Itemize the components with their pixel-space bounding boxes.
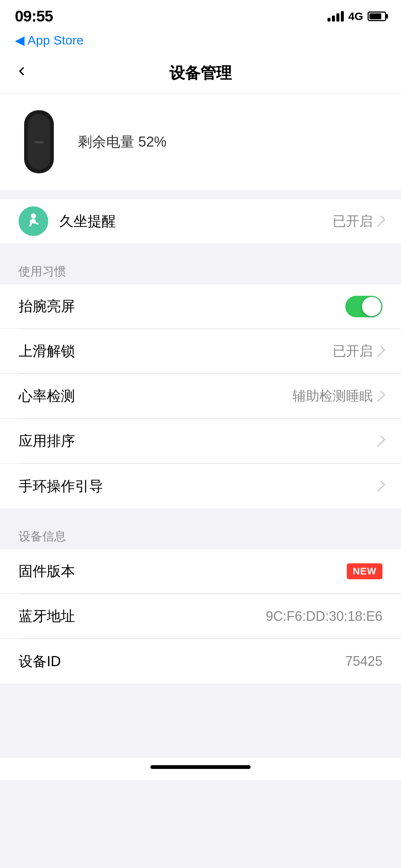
sedentary-reminder-item[interactable]: 久坐提醒 已开启 <box>0 199 401 243</box>
divider-3 <box>0 508 401 517</box>
device-id-label: 设备ID <box>19 652 61 671</box>
app-sort-chevron <box>374 435 385 447</box>
svg-rect-2 <box>34 141 44 143</box>
app-sort-item[interactable]: 应用排序 <box>0 419 401 464</box>
wrist-wakeup-item[interactable]: 抬腕亮屏 <box>0 284 401 329</box>
slide-unlock-item[interactable]: 上滑解锁 已开启 <box>0 329 401 374</box>
firmware-item[interactable]: 固件版本 NEW <box>0 549 401 594</box>
device-card: 剩余电量 52% <box>0 94 401 190</box>
back-label: App Store <box>27 33 84 48</box>
page-title: 设备管理 <box>169 63 232 83</box>
slide-unlock-chevron <box>374 345 385 357</box>
device-card-section: 剩余电量 52% <box>0 94 401 190</box>
status-icons: 4G <box>327 10 386 23</box>
device-info-section-label: 设备信息 <box>0 517 401 549</box>
heart-rate-item[interactable]: 心率检测 辅助检测睡眠 <box>0 374 401 419</box>
sedentary-value: 已开启 <box>333 212 373 230</box>
heart-rate-value: 辅助检测睡眠 <box>293 387 373 405</box>
sedentary-chevron <box>374 215 385 227</box>
divider-2 <box>0 243 401 252</box>
band-guide-item[interactable]: 手环操作引导 <box>0 464 401 508</box>
slide-unlock-label: 上滑解锁 <box>19 342 75 361</box>
back-left-arrow: ◀ <box>15 33 25 48</box>
app-store-back-bar: ◀ App Store <box>0 30 401 53</box>
battery-info: 剩余电量 52% <box>78 132 167 151</box>
wrist-wakeup-label: 抬腕亮屏 <box>19 297 75 316</box>
band-guide-label: 手环操作引导 <box>19 477 103 496</box>
bluetooth-address-value: 9C:F6:DD:30:18:E6 <box>266 609 382 624</box>
network-type: 4G <box>348 10 363 23</box>
wrist-wakeup-toggle[interactable] <box>345 296 382 317</box>
bottom-spacer <box>0 684 401 758</box>
usage-list: 抬腕亮屏 上滑解锁 已开启 心率检测 辅助检测睡眠 应用排序 手环操作引导 <box>0 284 401 508</box>
band-guide-chevron <box>374 480 385 492</box>
usage-section-label: 使用习惯 <box>0 252 401 284</box>
back-to-appstore[interactable]: ◀ App Store <box>15 33 84 48</box>
slide-unlock-value: 已开启 <box>333 342 373 360</box>
battery-icon <box>368 12 386 21</box>
heart-rate-label: 心率检测 <box>19 387 75 406</box>
status-time: 09:55 <box>15 7 53 25</box>
signal-icon <box>327 11 344 22</box>
firmware-label: 固件版本 <box>19 562 75 581</box>
status-bar: 09:55 4G <box>0 0 401 30</box>
heart-rate-chevron <box>374 390 385 402</box>
home-bar <box>150 765 251 769</box>
bluetooth-address-label: 蓝牙地址 <box>19 607 75 626</box>
device-image <box>19 108 59 175</box>
back-button[interactable] <box>15 65 28 81</box>
device-id-value: 75425 <box>345 654 382 669</box>
new-badge: NEW <box>347 563 382 579</box>
sedentary-label: 久坐提醒 <box>59 212 116 231</box>
home-indicator-area <box>0 758 401 780</box>
sedentary-section: 久坐提醒 已开启 <box>0 199 401 243</box>
page-header: 设备管理 <box>0 53 401 94</box>
device-id-item: 设备ID 75425 <box>0 639 401 684</box>
device-info-list: 固件版本 NEW 蓝牙地址 9C:F6:DD:30:18:E6 设备ID 754… <box>0 549 401 684</box>
toggle-knob <box>362 297 381 316</box>
divider-1 <box>0 190 401 199</box>
bluetooth-address-item: 蓝牙地址 9C:F6:DD:30:18:E6 <box>0 594 401 639</box>
svg-point-3 <box>31 213 36 219</box>
sedentary-icon <box>19 206 48 236</box>
app-sort-label: 应用排序 <box>19 432 75 451</box>
